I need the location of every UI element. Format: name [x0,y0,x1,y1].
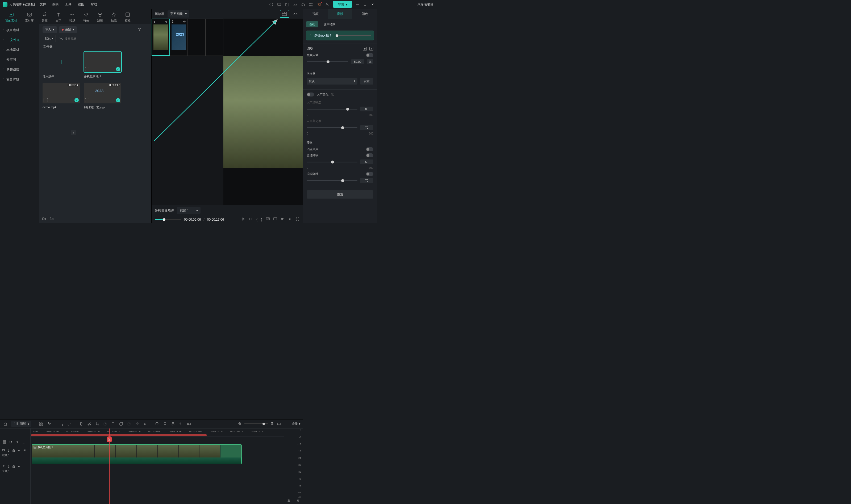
normal-denoise-toggle[interactable] [366,154,373,157]
menu-view[interactable]: 视图 [78,2,84,7]
compare-button[interactable] [291,10,299,18]
more-icon[interactable]: ⋯ [145,27,148,32]
voice-enhance-toggle[interactable] [307,92,314,96]
play-button[interactable] [242,217,245,222]
export-button[interactable]: 导出▾ [333,1,352,8]
seek-slider[interactable] [155,219,181,220]
reverb-denoise-value[interactable]: 70 [360,178,373,183]
subtab-basic[interactable]: 基础 [306,21,318,28]
audio-clip-chip[interactable]: 多机位片段 1 [306,31,374,40]
import-card[interactable]: + 导入媒体 [42,52,80,78]
eq-select[interactable]: 默认▾ [307,78,357,85]
cam-cell-1[interactable]: 1 [152,19,170,56]
fullscreen-icon[interactable] [296,217,299,222]
import-menu[interactable]: 导入▾ [42,26,57,33]
sidebar-item-project[interactable]: 项目素材 [0,25,39,35]
sidebar-item-adjustment[interactable]: 调整图层 [0,65,39,74]
subtab-voice-fx[interactable]: 变声特效 [320,21,339,28]
reverb-denoise-toggle[interactable] [366,172,373,176]
keyframe-icon[interactable]: ◇ [369,47,373,51]
sidebar-item-local[interactable]: 本地素材 [0,45,39,55]
record-menu[interactable]: 录制▾ [59,26,77,33]
cam-cell-empty-3[interactable] [188,19,206,56]
ducking-slider[interactable] [307,61,348,62]
svg-rect-25 [274,218,277,220]
ducking-toggle[interactable] [366,53,373,57]
clarity-slider[interactable] [307,109,357,109]
media-card-demo[interactable]: 00:00:14✓ demo.mp4 [42,83,80,109]
tab-audio[interactable]: 音频 [40,11,49,24]
snapshot-icon[interactable] [281,217,285,222]
player-area: 1 2 [152,19,303,205]
search-input[interactable] [65,37,146,40]
player-label: 播放器 [155,12,164,16]
headset-icon[interactable] [301,2,305,7]
tab-media-lib[interactable]: 素材库 [23,11,35,24]
eq-settings-button[interactable]: 设置 [360,78,373,85]
apps-icon[interactable] [309,2,313,7]
close-icon[interactable]: ✕ [371,3,374,6]
wind-toggle[interactable] [366,147,373,151]
sidebar-item-cloud[interactable]: 云空间 [0,55,39,65]
tab-video[interactable]: 视频 [303,9,327,19]
maximize-icon[interactable]: □ [363,3,367,6]
sidebar-item-folder[interactable]: 文件夹 [0,35,39,45]
quality-select[interactable]: 完整画质▾ [167,11,189,18]
beauty-value[interactable]: 70 [360,125,373,130]
media-card-aug23[interactable]: 00:00:17✓ 8月23日 (1).mp4 [84,83,121,109]
media-card-multicam[interactable]: ✓ 多机位片段 1 [84,52,121,78]
sidebar-item-compound[interactable]: 复合片段 [0,74,39,84]
tab-transition[interactable]: 转场 [68,11,77,24]
cam-cell-empty-4[interactable] [206,19,224,56]
audio-source-select[interactable]: 视频 1▾ [177,207,200,214]
multiview-button[interactable] [280,10,289,18]
reverb-denoise-slider[interactable] [307,180,357,181]
mark-out-icon[interactable]: } [261,218,262,221]
collapse-sidebar-button[interactable]: ‹ [71,130,76,135]
cam-cell-2[interactable]: 2 [170,19,188,56]
user-icon[interactable] [325,2,329,7]
tab-audio[interactable]: 音频 [327,9,352,19]
chevron-down-icon: ▾ [196,209,198,212]
tab-text[interactable]: 文字 [54,11,63,24]
menu-edit[interactable]: 编辑 [52,2,59,7]
tab-filters[interactable]: 滤镜 [95,11,105,24]
stop-button[interactable] [249,217,253,222]
cart-icon[interactable] [317,2,321,7]
normal-denoise-slider[interactable] [307,162,357,162]
search-box[interactable] [58,35,148,42]
info-icon[interactable]: ⓘ [331,92,334,97]
pip-icon[interactable] [266,217,270,222]
reset-button[interactable]: 重置 [307,190,373,199]
new-bin-icon[interactable] [50,216,54,221]
beauty-slider[interactable] [307,127,357,128]
normal-denoise-value[interactable]: 50 [360,160,373,164]
svg-rect-6 [312,5,313,6]
mark-in-icon[interactable]: { [256,218,258,221]
main-preview[interactable] [224,19,303,205]
tab-my-media[interactable]: 我的素材 [4,11,19,24]
tab-color[interactable]: 颜色 [352,9,377,19]
tab-stickers[interactable]: 贴纸 [109,11,118,24]
tab-effects[interactable]: 特效 [82,11,91,24]
menu-file[interactable]: 文件 [40,2,46,7]
svg-rect-20 [282,14,286,16]
display-icon[interactable] [277,2,281,7]
menu-tools[interactable]: 工具 [65,2,72,7]
record-status-icon[interactable] [269,2,273,7]
volume-icon[interactable] [288,217,292,222]
clarity-value[interactable]: 80 [360,107,373,111]
audio-on-icon[interactable] [165,20,168,24]
tab-templates[interactable]: 模板 [123,11,132,24]
minimize-icon[interactable]: — [356,3,359,6]
ducking-value[interactable]: 50.00 [351,59,364,64]
sort-select[interactable]: 默认 ▾ [42,35,56,42]
cloud-icon[interactable] [293,2,297,7]
new-folder-icon[interactable] [42,216,46,221]
display-icon[interactable] [273,217,277,222]
filter-icon[interactable] [138,27,142,32]
reset-icon[interactable]: ↻ [363,47,367,51]
menu-help[interactable]: 帮助 [91,2,97,7]
audio-off-icon[interactable] [183,20,186,24]
save-icon[interactable] [285,2,289,7]
